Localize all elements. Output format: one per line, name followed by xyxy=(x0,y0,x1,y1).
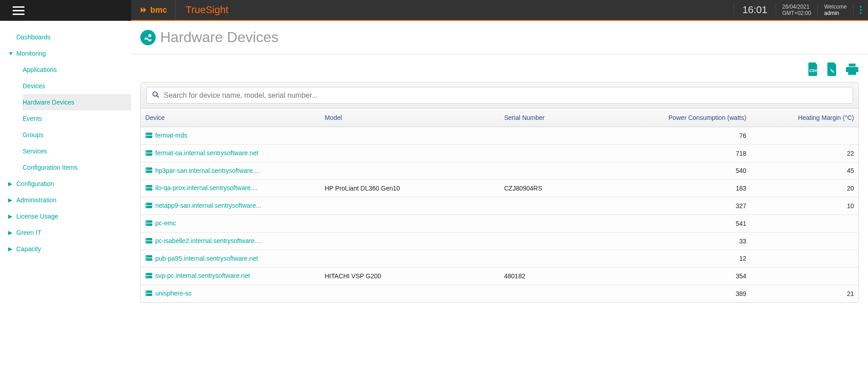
sidebar-item-capacity[interactable]: ▶ Capacity xyxy=(0,241,131,257)
welcome-label: Welcome xyxy=(824,4,847,10)
user-block: Welcome admin xyxy=(817,4,853,16)
svg-point-6 xyxy=(146,134,147,134)
device-link[interactable]: pc-emc xyxy=(155,219,176,227)
search-icon xyxy=(152,91,159,100)
sidebar-item-administration[interactable]: ▶ Administration xyxy=(0,192,131,208)
cell-model: HP ProLiant DL360 Gen10 xyxy=(320,180,500,197)
svg-point-15 xyxy=(146,172,147,172)
table-row[interactable]: unisphere-sc38921 xyxy=(141,285,858,302)
svg-point-31 xyxy=(146,242,147,243)
cell-heat: 10 xyxy=(751,197,858,215)
device-link[interactable]: fermat-mds xyxy=(155,132,187,139)
cell-serial xyxy=(500,144,629,162)
search-box[interactable] xyxy=(146,87,853,104)
table-row[interactable]: ilo-qa-prox.internal.sentrysoftware....H… xyxy=(141,180,858,197)
table-row[interactable]: pc-emc541 xyxy=(141,215,858,232)
table-row[interactable]: svp-pc.internal.sentrysoftware.netHITACH… xyxy=(141,267,858,285)
device-link[interactable]: netapp9-san.internal.sentrysoftware... xyxy=(155,202,261,209)
device-link[interactable]: fermat-oa.internal.sentrysoftware.net xyxy=(155,149,258,157)
sidebar-label: Administration xyxy=(16,196,57,204)
sidebar-item-services[interactable]: Services xyxy=(23,143,131,159)
sidebar-item-events[interactable]: Events xyxy=(23,110,131,127)
col-device[interactable]: Device xyxy=(141,109,320,127)
product-name: TrueSight xyxy=(176,4,238,16)
export-toolbar: CSV xyxy=(131,61,868,82)
table-row[interactable]: fermat-mds76 xyxy=(141,127,858,145)
cell-heat xyxy=(751,267,858,285)
search-input[interactable] xyxy=(164,91,847,100)
bmc-chevron-icon xyxy=(139,6,148,14)
cell-power: 183 xyxy=(629,180,751,197)
server-icon xyxy=(145,272,153,280)
sidebar-label: License Usage xyxy=(16,213,58,220)
device-link[interactable]: ilo-qa-prox.internal.sentrysoftware.... xyxy=(155,184,258,191)
col-serial[interactable]: Serial Number xyxy=(500,109,629,127)
table-row[interactable]: pc-isabelle2.internal.sentrysoftware....… xyxy=(141,232,858,250)
sidebar-monitoring-children: Applications Devices Hardware Devices Ev… xyxy=(0,62,131,176)
cell-device: pc-isabelle2.internal.sentrysoftware.... xyxy=(141,232,320,250)
sidebar: Dashboards ▼ Monitoring Applications Dev… xyxy=(0,21,131,321)
cell-device: unisphere-sc xyxy=(141,285,320,302)
cell-device: hp3par-san.internal.sentrysoftware.... xyxy=(141,162,320,180)
page-title: Hardware Devices xyxy=(160,29,278,46)
sidebar-label: Hardware Devices xyxy=(23,99,74,106)
hamburger-menu-icon[interactable] xyxy=(13,4,24,17)
device-link[interactable]: svp-pc.internal.sentrysoftware.net xyxy=(155,272,250,279)
bmc-logo: bmc xyxy=(131,0,176,20)
hardware-page-icon xyxy=(140,30,156,45)
export-pdf-icon[interactable] xyxy=(826,62,838,77)
device-link[interactable]: hp3par-san.internal.sentrysoftware.... xyxy=(155,167,260,174)
cell-model: HITACHI VSP G200 xyxy=(320,267,500,285)
cell-heat: 20 xyxy=(751,180,858,197)
sidebar-item-hardware-devices[interactable]: Hardware Devices xyxy=(23,94,131,110)
svg-point-18 xyxy=(146,186,147,187)
device-link[interactable]: pub-pa95.internal.sentrysoftware.net xyxy=(155,255,258,262)
caret-right-icon: ▶ xyxy=(8,229,14,236)
cell-power: 541 xyxy=(629,215,751,232)
device-link[interactable]: pc-isabelle2.internal.sentrysoftware.... xyxy=(155,237,262,244)
cell-model xyxy=(320,215,500,232)
cell-model xyxy=(320,197,500,215)
sidebar-item-dashboards[interactable]: Dashboards xyxy=(0,29,131,45)
server-icon xyxy=(145,238,153,245)
server-icon xyxy=(145,202,153,210)
cell-model xyxy=(320,285,500,302)
header-options-menu[interactable] xyxy=(853,4,868,16)
sidebar-item-configuration[interactable]: ▶ Configuration xyxy=(0,176,131,192)
svg-point-34 xyxy=(146,256,147,257)
sidebar-label: Monitoring xyxy=(16,50,46,57)
sidebar-item-green-it[interactable]: ▶ Green IT xyxy=(0,224,131,241)
cell-device: pub-pa95.internal.sentrysoftware.net xyxy=(141,250,320,267)
col-heat[interactable]: Heating Margin (°C) xyxy=(751,109,858,127)
cell-device: ilo-qa-prox.internal.sentrysoftware.... xyxy=(141,180,320,197)
sidebar-label: Groups xyxy=(23,131,43,138)
table-row[interactable]: hp3par-san.internal.sentrysoftware....54… xyxy=(141,162,858,180)
sidebar-item-applications[interactable]: Applications xyxy=(23,62,131,78)
cell-serial xyxy=(500,232,629,250)
username-label: admin xyxy=(824,10,847,16)
sidebar-item-devices[interactable]: Devices xyxy=(23,78,131,94)
table-header-row: Device Model Serial Number Power Consump… xyxy=(141,109,858,127)
export-csv-icon[interactable]: CSV xyxy=(807,62,819,77)
cell-model xyxy=(320,250,500,267)
server-icon xyxy=(145,185,153,192)
cell-heat: 21 xyxy=(751,285,858,302)
device-link[interactable]: unisphere-sc xyxy=(155,290,191,297)
topbar: bmc TrueSight 16:01 26/04/2021 GMT+02:00… xyxy=(0,0,868,21)
sidebar-item-configuration-items[interactable]: Configuration Items xyxy=(23,159,131,176)
vertical-dots-icon xyxy=(860,5,862,15)
svg-point-2 xyxy=(153,92,157,96)
col-power[interactable]: Power Consumption (watts) xyxy=(629,109,751,127)
sidebar-item-monitoring[interactable]: ▼ Monitoring xyxy=(0,45,131,62)
server-icon xyxy=(145,150,153,157)
sidebar-item-groups[interactable]: Groups xyxy=(23,127,131,143)
sidebar-item-license-usage[interactable]: ▶ License Usage xyxy=(0,208,131,224)
table-row[interactable]: fermat-oa.internal.sentrysoftware.net718… xyxy=(141,144,858,162)
sidebar-label: Devices xyxy=(23,82,45,90)
table-row[interactable]: netapp9-san.internal.sentrysoftware...32… xyxy=(141,197,858,215)
col-model[interactable]: Model xyxy=(320,109,500,127)
table-row[interactable]: pub-pa95.internal.sentrysoftware.net12 xyxy=(141,250,858,267)
svg-point-23 xyxy=(146,206,147,207)
print-icon[interactable] xyxy=(845,62,859,77)
cell-power: 354 xyxy=(629,267,751,285)
